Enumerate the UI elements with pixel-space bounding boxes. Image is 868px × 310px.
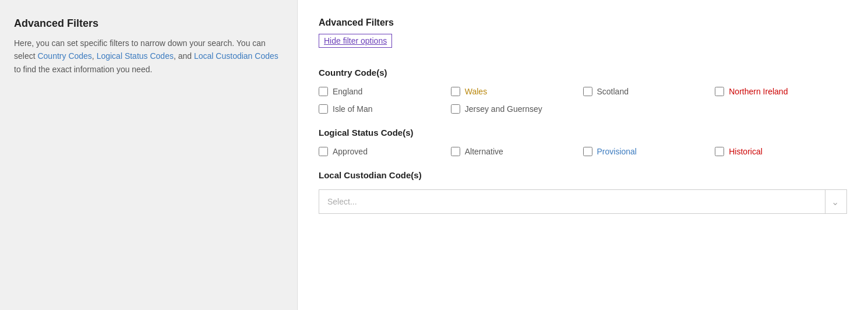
left-panel-description: Here, you can set specific filters to na… [14, 37, 283, 76]
approved-label[interactable]: Approved [333, 147, 368, 156]
checkbox-provisional[interactable]: Provisional [583, 147, 715, 156]
scotland-label[interactable]: Scotland [597, 87, 629, 96]
checkbox-scotland[interactable]: Scotland [583, 87, 715, 96]
isle-of-man-checkbox[interactable] [319, 104, 328, 114]
checkbox-wales[interactable]: Wales [451, 87, 583, 96]
england-label[interactable]: England [333, 87, 362, 96]
advanced-filters-title: Advanced Filters [319, 17, 847, 28]
jersey-guernsey-checkbox[interactable] [451, 104, 460, 114]
logical-status-section-title: Logical Status Code(s) [319, 128, 847, 138]
logical-status-grid: Approved Alternative Provisional Histori… [319, 147, 847, 156]
alternative-label[interactable]: Alternative [465, 147, 503, 156]
isle-of-man-label[interactable]: Isle of Man [333, 104, 372, 114]
custodian-select[interactable]: Select... [319, 189, 847, 214]
checkbox-northern-ireland[interactable]: Northern Ireland [715, 87, 847, 96]
wales-checkbox[interactable] [451, 87, 460, 96]
checkbox-historical[interactable]: Historical [715, 147, 847, 156]
left-panel-title: Advanced Filters [14, 17, 283, 30]
historical-label[interactable]: Historical [729, 147, 763, 156]
custodian-select-wrapper[interactable]: Select... ⌄ [319, 189, 847, 214]
country-codes-grid: England Wales Scotland Northern Ireland … [319, 87, 847, 114]
right-panel: Advanced Filters Hide filter options Cou… [297, 0, 868, 310]
wales-label[interactable]: Wales [465, 87, 487, 96]
checkbox-isle-of-man[interactable]: Isle of Man [319, 104, 451, 114]
checkbox-jersey-guernsey[interactable]: Jersey and Guernsey [451, 104, 583, 114]
northern-ireland-label[interactable]: Northern Ireland [729, 87, 788, 96]
checkbox-approved[interactable]: Approved [319, 147, 451, 156]
logical-status-link: Logical Status Codes [97, 51, 174, 61]
approved-checkbox[interactable] [319, 147, 328, 156]
provisional-checkbox[interactable] [583, 147, 592, 156]
provisional-label[interactable]: Provisional [597, 147, 637, 156]
logical-status-section: Logical Status Code(s) Approved Alternat… [319, 128, 847, 156]
checkbox-england[interactable]: England [319, 87, 451, 96]
hide-filter-link[interactable]: Hide filter options [319, 34, 392, 48]
country-code-section-title: Country Code(s) [319, 68, 847, 78]
left-panel: Advanced Filters Here, you can set speci… [0, 0, 297, 310]
country-codes-link: Country Codes [37, 51, 91, 61]
northern-ireland-checkbox[interactable] [715, 87, 724, 96]
custodian-section: Local Custodian Code(s) Select... ⌄ [319, 170, 847, 214]
custodian-codes-link: Local Custodian Codes [194, 51, 278, 61]
scotland-checkbox[interactable] [583, 87, 592, 96]
england-checkbox[interactable] [319, 87, 328, 96]
checkbox-alternative[interactable]: Alternative [451, 147, 583, 156]
historical-checkbox[interactable] [715, 147, 724, 156]
custodian-section-title: Local Custodian Code(s) [319, 170, 847, 180]
jersey-guernsey-label[interactable]: Jersey and Guernsey [465, 104, 542, 114]
alternative-checkbox[interactable] [451, 147, 460, 156]
